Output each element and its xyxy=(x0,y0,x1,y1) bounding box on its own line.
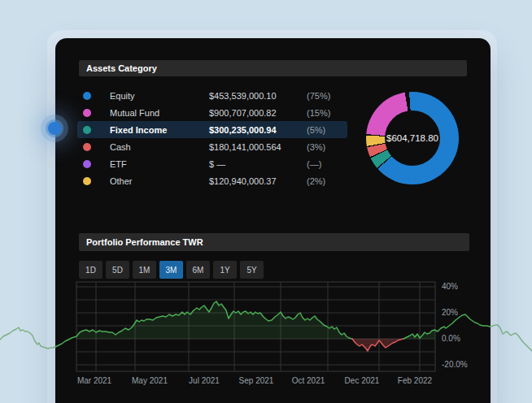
svg-text:Jul 2021: Jul 2021 xyxy=(189,376,220,385)
performance-chart[interactable]: 40%20%0.0%-20.0%Mar 2021May 2021Jul 2021… xyxy=(0,0,532,403)
svg-text:40%: 40% xyxy=(442,282,458,291)
svg-text:0.0%: 0.0% xyxy=(442,334,460,343)
svg-text:Oct 2021: Oct 2021 xyxy=(292,376,325,385)
svg-text:20%: 20% xyxy=(442,308,458,317)
svg-text:Feb 2022: Feb 2022 xyxy=(398,376,433,385)
svg-text:Sep 2021: Sep 2021 xyxy=(239,376,274,385)
svg-text:Dec 2021: Dec 2021 xyxy=(345,376,380,385)
svg-text:-20.0%: -20.0% xyxy=(442,360,468,369)
svg-text:May 2021: May 2021 xyxy=(132,376,168,385)
svg-text:Mar 2021: Mar 2021 xyxy=(77,376,112,385)
page-background: Assets Category Equity$453,539,000.10(75… xyxy=(0,0,532,403)
highlight-pointer-dot xyxy=(48,122,61,135)
